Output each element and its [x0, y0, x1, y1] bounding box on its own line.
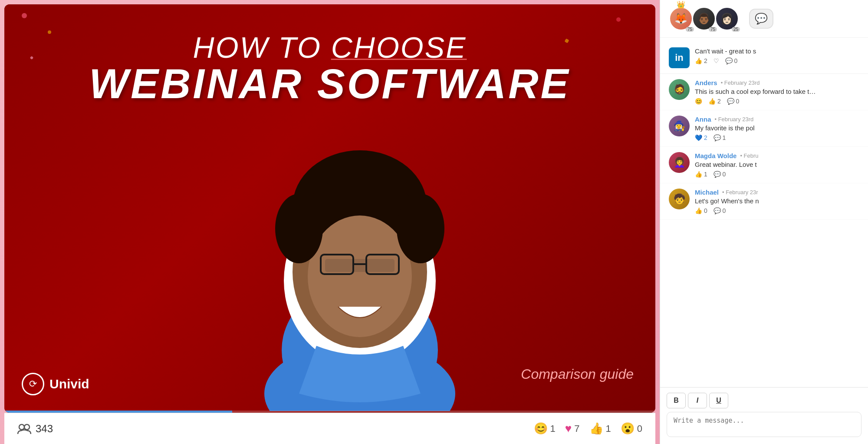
anna-msg-text: My favorite is the pol [695, 124, 816, 132]
anna-react-heart: 💙 2 [695, 134, 707, 141]
italic-button[interactable]: I [688, 393, 707, 408]
svg-point-12 [397, 194, 444, 263]
linkedin-react-thumbs: 👍 2 [695, 57, 707, 64]
avatar-1-wrapper: 👑 🦊 75 [669, 7, 693, 31]
video-choose-word: CHOOSE [331, 31, 467, 64]
reactions-section: 😊 1 ♥ 7 👍 1 😮 0 [534, 422, 642, 435]
video-progress-fill [4, 411, 232, 413]
video-section: HOW TO CHOOSE WEBINAR SOFTWARE [0, 0, 660, 444]
magda-time: • Febru [740, 152, 758, 159]
chat-formatting-toolbar: B I U [667, 393, 861, 408]
anders-name: Anders [695, 79, 717, 86]
svg-point-11 [275, 194, 323, 263]
linkedin-msg-text: Can't wait - great to s [695, 47, 816, 55]
linkedin-avatar: in [669, 47, 690, 68]
magda-avatar: 👩‍🦱 [669, 152, 690, 173]
chat-input-area: B I U [660, 387, 868, 444]
michael-react-thumbs: 👍 0 [695, 207, 707, 214]
reaction-heart-count: ♥ 7 [565, 422, 580, 435]
viewers-count: 343 [36, 423, 53, 435]
anna-name: Anna [695, 116, 711, 123]
anna-reactions: 💙 2 💬 1 [695, 134, 859, 141]
linkedin-msg-reactions: 👍 2 ♡ 💬 0 [695, 57, 859, 64]
anders-react-smile: 😊 [695, 98, 702, 105]
reaction-emoji-count: 😊 1 [534, 422, 556, 435]
comparison-guide-text: Comparison guide [521, 366, 634, 382]
michael-message: 🧒 Michael • February 23r Let's go! When'… [660, 183, 868, 220]
video-progress-container[interactable] [4, 411, 655, 413]
michael-msg-content: Michael • February 23r Let's go! When's … [695, 189, 859, 214]
video-title-area: HOW TO CHOOSE WEBINAR SOFTWARE [4, 30, 655, 108]
linkedin-msg-content: Can't wait - great to s 👍 2 ♡ 💬 0 [695, 47, 859, 64]
magda-react-thumbs: 👍 1 [695, 171, 707, 178]
univid-logo-icon: ⟳ [22, 373, 44, 395]
avatar-1-count: 75 [686, 27, 694, 32]
avatar-3-count: 25 [732, 27, 740, 32]
magda-msg-header: Magda Wolde • Febru [695, 152, 859, 159]
crown-icon: 👑 [677, 0, 685, 9]
anna-avatar: 🧙‍♀️ [669, 116, 690, 136]
linkedin-react-comment: 💬 0 [725, 57, 738, 64]
anders-react-comment: 💬 0 [727, 98, 740, 105]
svg-rect-7 [325, 259, 395, 272]
bold-button[interactable]: B [667, 393, 686, 408]
viewers-icon [17, 423, 31, 435]
reaction-emoji-val: 1 [550, 423, 556, 434]
anders-reactions: 😊 👍 2 💬 0 [695, 98, 859, 105]
video-title-line1: HOW TO CHOOSE [4, 30, 655, 64]
reaction-thumbs-val: 1 [606, 423, 611, 434]
anders-avatar: 🧔 [669, 79, 690, 100]
anna-time: • February 23rd [715, 116, 754, 123]
anna-msg-content: Anna • February 23rd My favorite is the … [695, 116, 859, 141]
anders-time: • February 23rd [721, 80, 760, 86]
magda-reactions: 👍 1 💬 0 [695, 171, 859, 178]
video-frame: HOW TO CHOOSE WEBINAR SOFTWARE [4, 4, 655, 413]
linkedin-react-heart: ♡ [713, 57, 719, 64]
chat-panel: 👑 🦊 75 👨🏾 75 👩🏻 25 💬 [660, 0, 868, 444]
svg-point-13 [19, 424, 24, 430]
anna-message: 🧙‍♀️ Anna • February 23rd My favorite is… [660, 110, 868, 147]
michael-time: • February 23r [722, 189, 758, 195]
chat-input[interactable] [667, 412, 861, 437]
magda-name: Magda Wolde [695, 152, 736, 159]
chat-bubble-btn[interactable]: 💬 [749, 9, 773, 29]
anders-react-thumbs: 👍 2 [708, 98, 721, 105]
reaction-heart-val: 7 [574, 423, 579, 434]
michael-msg-header: Michael • February 23r [695, 189, 859, 196]
underline-button[interactable]: U [709, 393, 728, 408]
svg-point-14 [24, 424, 30, 430]
viewers-section: 343 [17, 423, 53, 435]
video-title-line2: WEBINAR SOFTWARE [4, 60, 655, 108]
linkedin-message: in Can't wait - great to s 👍 2 ♡ 💬 0 [660, 42, 868, 74]
presenter-image [256, 142, 464, 413]
anders-message: 🧔 Anders • February 23rd This is such a … [660, 74, 868, 110]
anna-msg-header: Anna • February 23rd [695, 116, 859, 123]
avatar-2-count: 75 [709, 27, 717, 32]
anders-msg-text: This is such a cool exp forward to take … [695, 88, 816, 95]
michael-msg-text: Let's go! When's the n [695, 197, 816, 205]
avatar-3-wrapper: 👩🏻 25 [715, 7, 739, 31]
michael-avatar: 🧒 [669, 189, 690, 209]
michael-name: Michael [695, 189, 719, 196]
anna-react-comment: 💬 1 [713, 134, 726, 141]
anders-msg-content: Anders • February 23rd This is such a co… [695, 79, 859, 105]
video-bottom-bar: 343 😊 1 ♥ 7 👍 1 [4, 413, 655, 444]
anders-msg-header: Anders • February 23rd [695, 79, 859, 86]
reaction-thumbs-count: 👍 1 [589, 422, 611, 435]
magda-react-comment: 💬 0 [713, 171, 726, 178]
michael-reactions: 👍 0 💬 0 [695, 207, 859, 214]
chat-header: 👑 🦊 75 👨🏾 75 👩🏻 25 💬 [660, 0, 868, 38]
chat-messages-list: in Can't wait - great to s 👍 2 ♡ 💬 0 🧔 A [660, 38, 868, 387]
svg-point-6 [308, 215, 412, 337]
avatar-2-wrapper: 👨🏾 75 [692, 7, 716, 31]
reaction-shock-count: 😮 0 [621, 422, 642, 435]
univid-logo-text: Univid [49, 377, 89, 391]
magda-msg-content: Magda Wolde • Febru Great webinar. Love … [695, 152, 859, 178]
michael-react-comment: 💬 0 [713, 207, 726, 214]
magda-msg-text: Great webinar. Love t [695, 161, 816, 168]
magda-message: 👩‍🦱 Magda Wolde • Febru Great webinar. L… [660, 147, 868, 183]
reaction-shock-val: 0 [637, 423, 642, 434]
univid-logo: ⟳ Univid [22, 373, 89, 395]
